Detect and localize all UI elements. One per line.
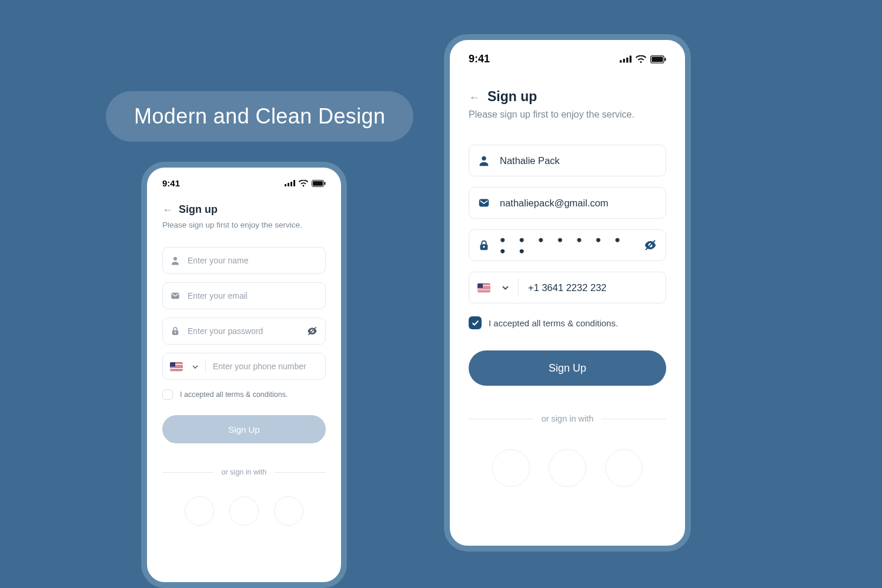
eye-off-icon[interactable]	[306, 325, 318, 337]
divider-line	[162, 472, 213, 473]
email-value: nathaliepack@gmail.com	[500, 198, 657, 209]
country-flag-icon[interactable]	[477, 283, 490, 292]
back-arrow-icon[interactable]: ←	[162, 205, 173, 215]
password-placeholder: Enter your password	[188, 326, 299, 336]
svg-rect-12	[620, 60, 622, 62]
terms-checkbox[interactable]	[469, 316, 482, 329]
svg-rect-15	[630, 55, 632, 62]
social-button-2[interactable]	[229, 496, 259, 526]
phone-placeholder: Enter your phone number	[213, 362, 318, 371]
svg-rect-2	[290, 182, 292, 186]
svg-rect-5	[313, 181, 323, 186]
terms-checkbox[interactable]	[162, 389, 173, 400]
svg-rect-18	[664, 58, 666, 61]
divider-line	[275, 472, 326, 473]
svg-rect-14	[626, 58, 628, 63]
status-time: 9:41	[162, 178, 180, 188]
design-tagline: Modern and Clean Design	[106, 91, 413, 142]
status-icons	[620, 55, 666, 64]
social-button-3[interactable]	[274, 496, 303, 526]
social-button-1[interactable]	[185, 496, 214, 526]
social-login-row	[469, 449, 666, 487]
svg-point-10	[175, 332, 176, 333]
email-field[interactable]: Enter your email	[162, 282, 326, 309]
social-button-2[interactable]	[549, 449, 586, 487]
battery-icon	[650, 55, 666, 64]
status-bar: 9:41	[469, 53, 666, 65]
svg-rect-0	[285, 184, 286, 186]
user-icon	[170, 255, 181, 266]
battery-icon	[312, 180, 326, 187]
phone-field[interactable]: +1 3641 2232 232	[469, 272, 666, 303]
name-field[interactable]: Enter your name	[162, 247, 326, 274]
divider-line	[602, 419, 666, 419]
or-label: or sign in with	[222, 468, 266, 476]
header-row: ← Sign up	[162, 203, 326, 216]
email-icon	[477, 196, 490, 209]
terms-row: I accepted all terms & conditions.	[469, 316, 666, 329]
name-value: Nathalie Pack	[500, 155, 657, 166]
field-divider	[518, 278, 519, 297]
name-placeholder: Enter your name	[188, 256, 318, 265]
svg-rect-3	[293, 180, 295, 186]
svg-point-7	[173, 257, 177, 260]
or-divider: or sign in with	[162, 468, 326, 476]
cellular-icon	[620, 55, 632, 63]
field-divider	[205, 359, 206, 373]
svg-rect-6	[325, 182, 326, 185]
email-field[interactable]: nathaliepack@gmail.com	[469, 187, 666, 219]
name-field[interactable]: Nathalie Pack	[469, 145, 666, 176]
header-row: ← Sign up	[469, 89, 666, 105]
status-time: 9:41	[469, 53, 490, 65]
social-button-3[interactable]	[605, 449, 643, 487]
chevron-down-icon[interactable]	[502, 282, 509, 293]
phone-field[interactable]: Enter your phone number	[162, 353, 326, 380]
phone-value: +1 3641 2232 232	[528, 282, 657, 293]
terms-label: I accepted all terms & conditions.	[180, 390, 288, 399]
page-title: Sign up	[179, 203, 218, 216]
cellular-icon	[285, 180, 295, 186]
password-field[interactable]: ● ● ● ● ● ● ● ● ●	[469, 229, 666, 261]
signup-screen-filled: 9:41 ← Sign up Please sign up first to e…	[444, 34, 691, 552]
password-field[interactable]: Enter your password	[162, 318, 326, 345]
page-title: Sign up	[487, 89, 537, 105]
social-button-1[interactable]	[492, 449, 530, 487]
terms-label: I accepted all terms & conditions.	[489, 318, 618, 328]
page-subtitle: Please sign up first to enjoy the servic…	[469, 109, 666, 120]
svg-point-19	[482, 156, 486, 161]
back-arrow-icon[interactable]: ←	[469, 91, 480, 103]
page-subtitle: Please sign up first to enjoy the servic…	[162, 220, 326, 229]
social-login-row	[162, 496, 326, 526]
status-icons	[285, 180, 326, 187]
signup-screen-empty: 9:41 ← Sign up Please sign up first to e…	[141, 162, 347, 588]
or-divider: or sign in with	[469, 414, 666, 423]
chevron-down-icon[interactable]	[192, 361, 198, 372]
lock-icon	[170, 326, 181, 336]
or-label: or sign in with	[542, 414, 594, 423]
svg-rect-13	[623, 59, 625, 63]
signup-form: Enter your name Enter your email Enter y…	[162, 247, 326, 526]
eye-off-icon[interactable]	[643, 238, 657, 252]
wifi-icon	[299, 180, 308, 187]
status-bar: 9:41	[162, 178, 326, 188]
svg-rect-1	[288, 183, 289, 186]
country-flag-icon[interactable]	[170, 362, 183, 371]
terms-row: I accepted all terms & conditions.	[162, 389, 326, 400]
signup-button[interactable]: Sign Up	[469, 350, 666, 386]
svg-point-22	[483, 246, 485, 248]
email-icon	[170, 290, 181, 301]
wifi-icon	[636, 55, 646, 64]
divider-line	[469, 419, 533, 419]
lock-icon	[477, 239, 490, 252]
email-placeholder: Enter your email	[188, 291, 318, 300]
signup-button[interactable]: Sign Up	[162, 415, 326, 443]
svg-rect-17	[652, 56, 663, 62]
signup-form: Nathalie Pack nathaliepack@gmail.com ● ●…	[469, 145, 666, 487]
user-icon	[477, 154, 490, 167]
password-value: ● ● ● ● ● ● ● ● ●	[500, 234, 634, 256]
